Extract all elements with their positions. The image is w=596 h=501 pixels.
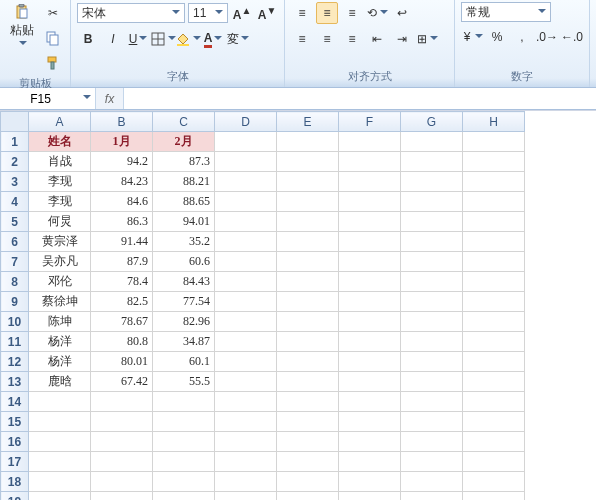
cell-D17[interactable] bbox=[215, 452, 277, 472]
name-box[interactable] bbox=[0, 88, 96, 109]
cell-A3[interactable]: 李现 bbox=[29, 172, 91, 192]
cell-F18[interactable] bbox=[339, 472, 401, 492]
col-header-F[interactable]: F bbox=[339, 112, 401, 132]
cell-G19[interactable] bbox=[401, 492, 463, 501]
col-header-D[interactable]: D bbox=[215, 112, 277, 132]
cell-C14[interactable] bbox=[153, 392, 215, 412]
cell-E10[interactable] bbox=[277, 312, 339, 332]
cell-F2[interactable] bbox=[339, 152, 401, 172]
cell-F5[interactable] bbox=[339, 212, 401, 232]
cell-H3[interactable] bbox=[463, 172, 525, 192]
fx-button[interactable]: fx bbox=[96, 88, 124, 109]
cell-G12[interactable] bbox=[401, 352, 463, 372]
cell-B17[interactable] bbox=[91, 452, 153, 472]
cell-A13[interactable]: 鹿晗 bbox=[29, 372, 91, 392]
cell-E2[interactable] bbox=[277, 152, 339, 172]
cell-B13[interactable]: 67.42 bbox=[91, 372, 153, 392]
cell-D14[interactable] bbox=[215, 392, 277, 412]
cell-B10[interactable]: 78.67 bbox=[91, 312, 153, 332]
row-header-17[interactable]: 17 bbox=[1, 452, 29, 472]
cell-A8[interactable]: 邓伦 bbox=[29, 272, 91, 292]
cell-D1[interactable] bbox=[215, 132, 277, 152]
select-all-corner[interactable] bbox=[1, 112, 29, 132]
number-format-select[interactable]: 常规 bbox=[461, 2, 551, 22]
cell-A18[interactable] bbox=[29, 472, 91, 492]
cell-G15[interactable] bbox=[401, 412, 463, 432]
row-header-14[interactable]: 14 bbox=[1, 392, 29, 412]
cell-C16[interactable] bbox=[153, 432, 215, 452]
cell-F10[interactable] bbox=[339, 312, 401, 332]
cell-D9[interactable] bbox=[215, 292, 277, 312]
cell-D6[interactable] bbox=[215, 232, 277, 252]
cell-A14[interactable] bbox=[29, 392, 91, 412]
align-left-button[interactable]: ≡ bbox=[291, 28, 313, 50]
indent-dec-button[interactable]: ⇤ bbox=[366, 28, 388, 50]
cell-D16[interactable] bbox=[215, 432, 277, 452]
cell-B14[interactable] bbox=[91, 392, 153, 412]
row-header-15[interactable]: 15 bbox=[1, 412, 29, 432]
cell-E8[interactable] bbox=[277, 272, 339, 292]
spreadsheet-grid[interactable]: ABCDEFGH1姓名1月2月2肖战94.287.33李现84.2388.214… bbox=[0, 110, 596, 500]
cell-E17[interactable] bbox=[277, 452, 339, 472]
cut-button[interactable]: ✂ bbox=[42, 2, 64, 24]
cell-D15[interactable] bbox=[215, 412, 277, 432]
cell-C15[interactable] bbox=[153, 412, 215, 432]
underline-button[interactable]: U bbox=[127, 28, 149, 50]
grow-font-button[interactable]: A▲ bbox=[231, 2, 253, 24]
cell-C7[interactable]: 60.6 bbox=[153, 252, 215, 272]
cell-G16[interactable] bbox=[401, 432, 463, 452]
cell-G7[interactable] bbox=[401, 252, 463, 272]
cell-B4[interactable]: 84.6 bbox=[91, 192, 153, 212]
row-header-13[interactable]: 13 bbox=[1, 372, 29, 392]
cell-C4[interactable]: 88.65 bbox=[153, 192, 215, 212]
cell-D12[interactable] bbox=[215, 352, 277, 372]
cell-F1[interactable] bbox=[339, 132, 401, 152]
cell-H6[interactable] bbox=[463, 232, 525, 252]
cell-D8[interactable] bbox=[215, 272, 277, 292]
cell-E11[interactable] bbox=[277, 332, 339, 352]
cell-A5[interactable]: 何炅 bbox=[29, 212, 91, 232]
col-header-G[interactable]: G bbox=[401, 112, 463, 132]
cell-B16[interactable] bbox=[91, 432, 153, 452]
cell-E7[interactable] bbox=[277, 252, 339, 272]
cell-G17[interactable] bbox=[401, 452, 463, 472]
cell-A19[interactable] bbox=[29, 492, 91, 501]
cell-B12[interactable]: 80.01 bbox=[91, 352, 153, 372]
cell-E12[interactable] bbox=[277, 352, 339, 372]
wrap-text-button[interactable]: ↩ bbox=[391, 2, 413, 24]
cell-H9[interactable] bbox=[463, 292, 525, 312]
bold-button[interactable]: B bbox=[77, 28, 99, 50]
cell-H12[interactable] bbox=[463, 352, 525, 372]
cell-H8[interactable] bbox=[463, 272, 525, 292]
cell-G13[interactable] bbox=[401, 372, 463, 392]
cell-D18[interactable] bbox=[215, 472, 277, 492]
cell-E13[interactable] bbox=[277, 372, 339, 392]
row-header-3[interactable]: 3 bbox=[1, 172, 29, 192]
cell-H11[interactable] bbox=[463, 332, 525, 352]
row-header-12[interactable]: 12 bbox=[1, 352, 29, 372]
cell-D5[interactable] bbox=[215, 212, 277, 232]
cell-E1[interactable] bbox=[277, 132, 339, 152]
cell-G14[interactable] bbox=[401, 392, 463, 412]
cell-F9[interactable] bbox=[339, 292, 401, 312]
cell-F8[interactable] bbox=[339, 272, 401, 292]
chevron-down-icon[interactable] bbox=[83, 95, 91, 102]
paste-button[interactable]: 粘贴 bbox=[6, 2, 38, 50]
cell-H7[interactable] bbox=[463, 252, 525, 272]
cell-E15[interactable] bbox=[277, 412, 339, 432]
cell-B8[interactable]: 78.4 bbox=[91, 272, 153, 292]
currency-button[interactable]: ¥ bbox=[461, 26, 483, 48]
cell-F11[interactable] bbox=[339, 332, 401, 352]
cell-F4[interactable] bbox=[339, 192, 401, 212]
cell-H10[interactable] bbox=[463, 312, 525, 332]
cell-G8[interactable] bbox=[401, 272, 463, 292]
row-header-9[interactable]: 9 bbox=[1, 292, 29, 312]
cell-B2[interactable]: 94.2 bbox=[91, 152, 153, 172]
cell-G11[interactable] bbox=[401, 332, 463, 352]
cell-B11[interactable]: 80.8 bbox=[91, 332, 153, 352]
cell-F3[interactable] bbox=[339, 172, 401, 192]
cell-G2[interactable] bbox=[401, 152, 463, 172]
cell-A6[interactable]: 黄宗泽 bbox=[29, 232, 91, 252]
row-header-11[interactable]: 11 bbox=[1, 332, 29, 352]
borders-button[interactable] bbox=[152, 28, 174, 50]
